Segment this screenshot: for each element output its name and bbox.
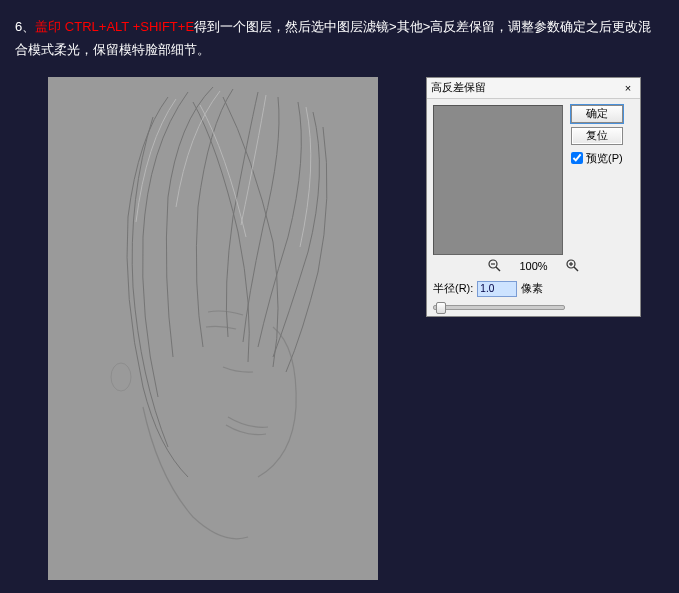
dialog-titlebar[interactable]: 高反差保留 × — [427, 78, 640, 99]
svg-line-6 — [574, 267, 578, 271]
slider-thumb[interactable] — [436, 302, 446, 314]
zoom-percent: 100% — [519, 260, 547, 272]
step-number: 6、 — [15, 19, 35, 34]
zoom-in-icon[interactable] — [566, 259, 580, 273]
shortcut-highlight: 盖印 CTRL+ALT +SHIFT+E — [35, 19, 194, 34]
radius-slider[interactable] — [433, 305, 565, 310]
svg-line-3 — [496, 267, 500, 271]
ok-button[interactable]: 确定 — [571, 105, 623, 123]
close-icon[interactable]: × — [620, 82, 636, 94]
svg-rect-0 — [48, 77, 378, 580]
high-pass-dialog: 高反差保留 × 确定 复位 预览(P) — [426, 77, 641, 317]
zoom-out-icon[interactable] — [487, 259, 501, 273]
radius-label: 半径(R): — [433, 281, 473, 296]
preview-label: 预览(P) — [586, 151, 623, 166]
radius-input[interactable] — [477, 281, 517, 297]
filter-preview[interactable] — [433, 105, 563, 255]
dialog-title: 高反差保留 — [431, 80, 486, 95]
canvas-preview — [48, 77, 378, 580]
radius-unit: 像素 — [521, 281, 543, 296]
cancel-button[interactable]: 复位 — [571, 127, 623, 145]
instruction-text: 6、盖印 CTRL+ALT +SHIFT+E得到一个图层，然后选中图层滤镜>其他… — [0, 0, 679, 62]
preview-checkbox[interactable] — [571, 152, 583, 164]
preview-checkbox-row[interactable]: 预览(P) — [571, 151, 623, 166]
